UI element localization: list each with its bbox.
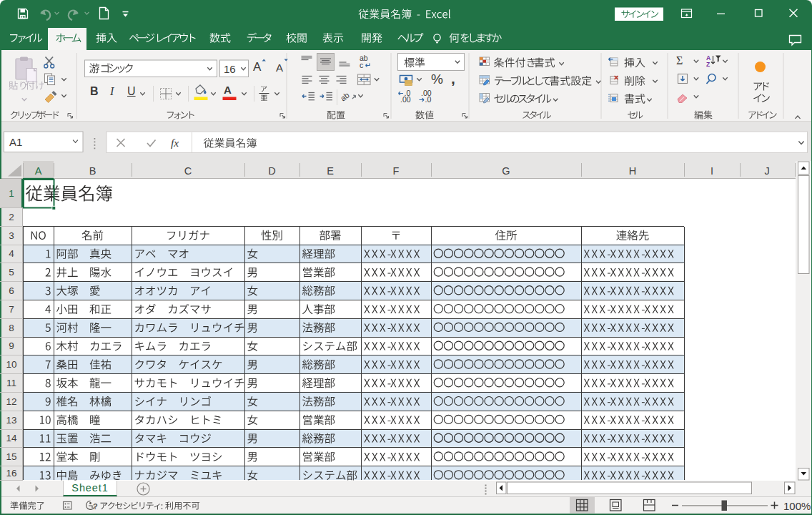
svg-text:.0: .0 (425, 95, 432, 104)
svg-text:B: B (89, 165, 96, 177)
svg-text:13: 13 (6, 415, 16, 426)
svg-text:I: I (710, 165, 713, 177)
svg-text:7: 7 (9, 304, 14, 315)
svg-text:11: 11 (6, 378, 16, 388)
svg-text:4: 4 (9, 248, 14, 259)
svg-text:Z: Z (706, 61, 710, 68)
svg-text:14: 14 (6, 433, 17, 443)
svg-text:16: 16 (6, 468, 16, 479)
svg-text:F: F (393, 165, 400, 177)
svg-text:c: c (360, 61, 363, 69)
svg-text:J: J (764, 165, 769, 177)
svg-text:9: 9 (9, 340, 14, 351)
svg-text:2: 2 (9, 212, 14, 222)
svg-text:G: G (502, 165, 510, 177)
svg-text:fx: fx (171, 137, 179, 149)
svg-text:ab: ab (339, 91, 351, 103)
svg-text:.00: .00 (400, 95, 411, 104)
svg-text:H: H (629, 165, 636, 177)
svg-text:15: 15 (6, 451, 16, 462)
svg-text:D: D (268, 165, 275, 177)
svg-text:12: 12 (6, 396, 16, 407)
svg-text:3: 3 (9, 230, 14, 241)
svg-text:C: C (184, 165, 192, 177)
svg-text:1: 1 (9, 188, 14, 199)
svg-text:?: ? (93, 502, 98, 511)
svg-text:A: A (35, 165, 42, 177)
svg-text:8: 8 (9, 323, 14, 333)
svg-text:5: 5 (9, 267, 14, 278)
svg-text:6: 6 (9, 285, 14, 296)
svg-text:A1: A1 (9, 136, 22, 148)
svg-text:16: 16 (224, 63, 236, 75)
svg-text:10: 10 (6, 359, 16, 370)
svg-text:E: E (327, 165, 334, 177)
